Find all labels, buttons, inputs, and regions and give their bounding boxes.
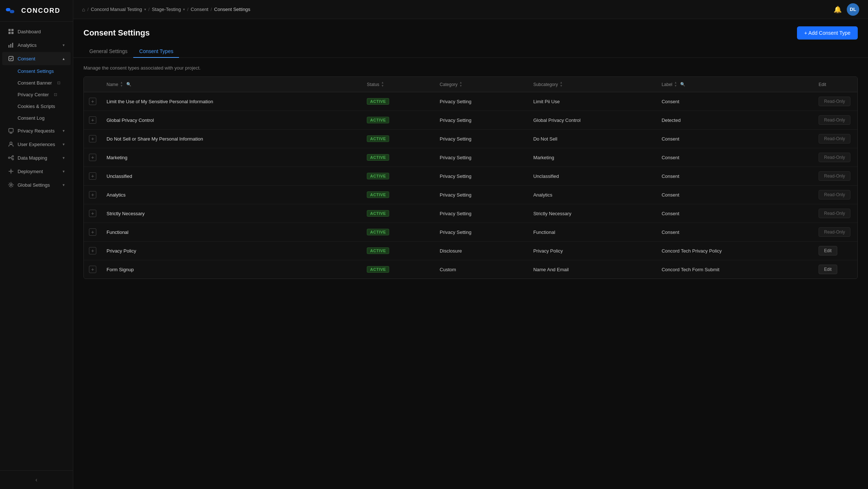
- expand-button-0[interactable]: +: [89, 98, 96, 105]
- sidebar-item-cookies-scripts-label: Cookies & Scripts: [18, 104, 55, 109]
- label-sort-icon[interactable]: ▲▼: [674, 81, 677, 87]
- avatar[interactable]: DL: [847, 3, 859, 16]
- sidebar-item-dashboard[interactable]: Dashboard: [2, 25, 71, 38]
- name-cell-3: Marketing: [101, 148, 362, 167]
- subcategory-cell-7: Functional: [528, 223, 656, 242]
- read-only-button-5: Read-Only: [819, 190, 850, 199]
- name-sort-icon[interactable]: ▲▼: [120, 81, 123, 87]
- tabs: General Settings Consent Types: [73, 40, 868, 58]
- expand-cell-9: +: [84, 260, 101, 279]
- deployment-chevron-icon: ▾: [63, 169, 65, 174]
- label-cell-6: Consent: [656, 204, 813, 223]
- svg-point-13: [12, 156, 14, 157]
- breadcrumb-home-icon[interactable]: ⌂: [82, 7, 85, 12]
- expand-cell-3: +: [84, 148, 101, 167]
- edit-cell-0: Read-Only: [813, 92, 857, 111]
- expand-button-2[interactable]: +: [89, 135, 96, 142]
- add-consent-type-button[interactable]: + Add Consent Type: [797, 26, 858, 40]
- expand-button-5[interactable]: +: [89, 191, 96, 198]
- svg-rect-1: [10, 10, 14, 13]
- label-search-icon[interactable]: 🔍: [680, 82, 685, 87]
- sidebar-item-user-experiences-label: User Experiences: [18, 142, 55, 147]
- expand-button-8[interactable]: +: [89, 247, 96, 254]
- name-search-icon[interactable]: 🔍: [126, 82, 131, 87]
- label-cell-7: Consent: [656, 223, 813, 242]
- name-cell-1: Global Privacy Control: [101, 111, 362, 130]
- table-header-status[interactable]: Status ▲▼: [362, 77, 435, 92]
- name-cell-4: Unclassified: [101, 167, 362, 186]
- sidebar-item-privacy-requests[interactable]: Privacy Requests ▾: [2, 124, 71, 137]
- sidebar-item-global-settings[interactable]: Global Settings ▾: [2, 178, 71, 191]
- breadcrumb-item-3[interactable]: Consent: [191, 7, 208, 12]
- svg-rect-6: [8, 45, 10, 48]
- sidebar-item-consent[interactable]: Consent ▴: [2, 52, 71, 65]
- sidebar-item-cookies-scripts[interactable]: Cookies & Scripts: [2, 101, 71, 112]
- edit-cell-4: Read-Only: [813, 167, 857, 186]
- edit-cell-9: Edit: [813, 260, 857, 279]
- name-cell-2: Do Not Sell or Share My Personal Informa…: [101, 130, 362, 148]
- sidebar-item-deployment[interactable]: Deployment ▾: [2, 165, 71, 178]
- expand-button-6[interactable]: +: [89, 210, 96, 217]
- status-badge-0: ACTIVE: [367, 98, 389, 105]
- table-header-expand: [84, 77, 101, 92]
- status-sort-icon[interactable]: ▲▼: [381, 81, 384, 87]
- svg-rect-8: [12, 43, 13, 48]
- read-only-button-1: Read-Only: [819, 115, 850, 125]
- breadcrumb-item-1[interactable]: Concord Manual Testing: [91, 7, 142, 12]
- table-header-label[interactable]: Label ▲▼ 🔍: [656, 77, 813, 92]
- subcategory-sort-icon[interactable]: ▲▼: [560, 81, 563, 87]
- subcategory-cell-9: Name And Email: [528, 260, 656, 279]
- sidebar-item-privacy-center[interactable]: Privacy Center ⊡: [2, 89, 71, 100]
- sidebar-collapse-button[interactable]: ‹: [33, 475, 40, 485]
- svg-point-11: [10, 142, 12, 144]
- edit-button-8[interactable]: Edit: [819, 246, 837, 255]
- sidebar-item-global-settings-label: Global Settings: [18, 182, 50, 188]
- table-header-row: Name ▲▼ 🔍 Status ▲▼: [84, 77, 857, 92]
- sidebar-item-consent-banner-label: Consent Banner: [18, 80, 52, 86]
- category-sort-icon[interactable]: ▲▼: [459, 81, 462, 87]
- status-cell-7: ACTIVE: [362, 223, 435, 242]
- page-area: Consent Settings + Add Consent Type Gene…: [73, 19, 868, 489]
- expand-cell-4: +: [84, 167, 101, 186]
- svg-rect-2: [8, 29, 11, 31]
- expand-button-7[interactable]: +: [89, 228, 96, 236]
- edit-button-9[interactable]: Edit: [819, 265, 837, 274]
- sidebar-item-consent-banner[interactable]: Consent Banner ⊡: [2, 77, 71, 89]
- table-row: + Privacy Policy ACTIVE Disclosure Priva…: [84, 242, 857, 260]
- breadcrumb-sep-3: /: [187, 7, 189, 12]
- sidebar-item-analytics[interactable]: Analytics ▾: [2, 38, 71, 52]
- status-badge-1: ACTIVE: [367, 117, 389, 123]
- topbar-right: 🔔 DL: [834, 3, 859, 16]
- status-badge-2: ACTIVE: [367, 135, 389, 142]
- sidebar-item-data-mapping[interactable]: Data Mapping ▾: [2, 151, 71, 164]
- table-header-name[interactable]: Name ▲▼ 🔍: [101, 77, 362, 92]
- sidebar-item-user-experiences[interactable]: User Experiences ▾: [2, 138, 71, 151]
- tab-general-settings[interactable]: General Settings: [83, 45, 133, 58]
- subcategory-cell-2: Do Not Sell: [528, 130, 656, 148]
- category-cell-6: Privacy Setting: [435, 204, 528, 223]
- expand-cell-6: +: [84, 204, 101, 223]
- status-badge-5: ACTIVE: [367, 191, 389, 198]
- tab-consent-types[interactable]: Consent Types: [133, 45, 179, 58]
- sidebar-item-consent-label: Consent: [18, 56, 35, 61]
- status-cell-0: ACTIVE: [362, 92, 435, 111]
- expand-button-9[interactable]: +: [89, 266, 96, 273]
- table-header-category[interactable]: Category ▲▼: [435, 77, 528, 92]
- table-body: + Limit the Use of My Sensitive Personal…: [84, 92, 857, 279]
- expand-button-3[interactable]: +: [89, 154, 96, 161]
- sidebar-item-consent-log[interactable]: Consent Log: [2, 112, 71, 124]
- main-content: ⌂ / Concord Manual Testing ▾ / Stage-Tes…: [73, 0, 868, 489]
- category-cell-0: Privacy Setting: [435, 92, 528, 111]
- sidebar-item-consent-settings[interactable]: Consent Settings: [2, 66, 71, 77]
- status-cell-5: ACTIVE: [362, 186, 435, 204]
- breadcrumb-item-2[interactable]: Stage-Testing: [152, 7, 181, 12]
- consent-types-table-container: Name ▲▼ 🔍 Status ▲▼: [83, 76, 858, 279]
- sidebar-item-privacy-center-label: Privacy Center: [18, 92, 49, 97]
- page-title: Consent Settings: [83, 28, 150, 38]
- expand-button-4[interactable]: +: [89, 172, 96, 180]
- expand-button-1[interactable]: +: [89, 116, 96, 124]
- notifications-icon[interactable]: 🔔: [834, 5, 842, 14]
- status-badge-7: ACTIVE: [367, 229, 389, 235]
- table-header-subcategory[interactable]: Subcategory ▲▼: [528, 77, 656, 92]
- svg-point-12: [8, 157, 10, 158]
